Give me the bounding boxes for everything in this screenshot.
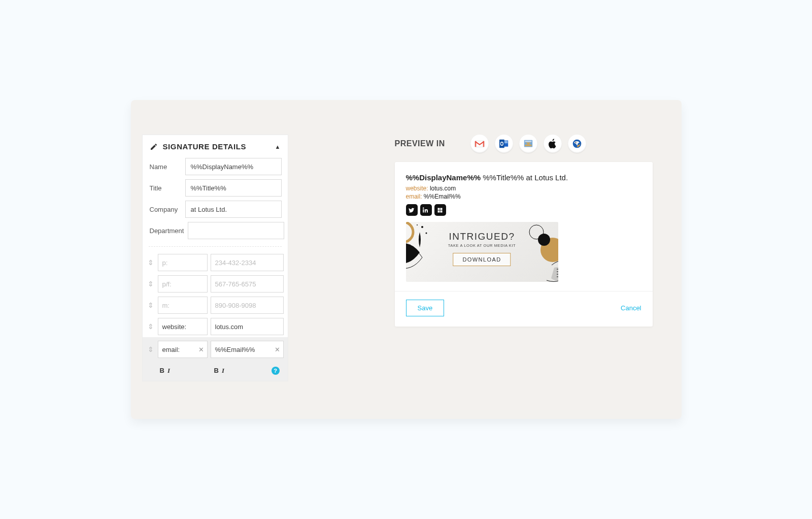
- field-row-title: Title: [143, 177, 288, 199]
- field-row-company: Company: [143, 199, 288, 220]
- apple-icon[interactable]: [544, 135, 562, 153]
- contact-row-mobile: ⇕ m: 890-908-9098: [143, 295, 288, 316]
- drag-handle-icon[interactable]: ⇕: [147, 280, 155, 288]
- signature-social-icons: [406, 204, 641, 216]
- bold-button[interactable]: B: [160, 367, 164, 375]
- svg-point-15: [421, 226, 423, 228]
- svg-point-20: [529, 225, 544, 239]
- drag-handle-icon[interactable]: ⇕: [147, 345, 155, 353]
- title-input[interactable]: [185, 179, 282, 197]
- linkedin-icon[interactable]: [420, 204, 432, 216]
- bold-button[interactable]: B: [214, 367, 219, 375]
- outlook-icon[interactable]: [495, 135, 513, 153]
- contact-value-input[interactable]: 234-432-2334: [211, 254, 284, 271]
- client-icons: [470, 135, 586, 153]
- drag-handle-icon[interactable]: ⇕: [147, 258, 155, 267]
- company-input[interactable]: [185, 201, 282, 218]
- preview-title: PREVIEW IN: [395, 139, 445, 148]
- department-input[interactable]: [188, 222, 284, 239]
- banner-subtitle: TAKE A LOOK AT OUR MEDIA KIT: [448, 243, 516, 248]
- preview-card: %%DisplayName%% %%Title%% at Lotus Ltd. …: [395, 162, 653, 327]
- signature-title-suffix: %%Title%% at Lotus Ltd.: [483, 173, 568, 182]
- field-row-department: Department: [143, 220, 288, 241]
- contact-label-input[interactable]: website:: [158, 318, 208, 335]
- field-row-name: Name: [143, 156, 288, 177]
- svg-rect-11: [441, 208, 443, 210]
- format-group-label: B I: [160, 367, 210, 375]
- svg-point-17: [417, 224, 418, 225]
- contact-label-input[interactable]: p:: [158, 254, 208, 271]
- clear-label-icon[interactable]: ✕: [198, 346, 204, 353]
- contact-rows: ⇕ p: 234-432-2334 ⇕ p/f: 567-765-6575 ⇕ …: [143, 252, 288, 381]
- signature-details-panel: SIGNATURE DETAILS ▲ Name Title Company D…: [142, 135, 288, 381]
- app-canvas: SIGNATURE DETAILS ▲ Name Title Company D…: [131, 100, 682, 419]
- contact-row-phone: ⇕ p: 234-432-2334: [143, 252, 288, 273]
- svg-rect-6: [525, 141, 531, 142]
- svg-rect-3: [499, 140, 504, 148]
- gmail-icon[interactable]: [470, 135, 489, 153]
- contact-label-input[interactable]: p/f:: [158, 275, 208, 293]
- signature-block: %%DisplayName%% %%Title%% at Lotus Ltd. …: [395, 162, 653, 291]
- panel-header[interactable]: SIGNATURE DETAILS ▲: [143, 135, 288, 156]
- title-label: Title: [150, 184, 181, 192]
- contact-row-phonefax: ⇕ p/f: 567-765-6575: [143, 273, 288, 295]
- name-label: Name: [150, 163, 181, 171]
- divider: [149, 246, 282, 247]
- signature-email-line: email: %%Email%%: [406, 193, 641, 200]
- banner-ornament-left-icon: [406, 222, 448, 282]
- drag-handle-icon[interactable]: ⇕: [147, 301, 155, 309]
- svg-point-14: [406, 222, 413, 242]
- name-input[interactable]: [185, 158, 282, 175]
- banner-text: INTRIGUED? TAKE A LOOK AT OUR MEDIA KIT …: [448, 231, 516, 266]
- twitter-icon[interactable]: [406, 204, 418, 216]
- banner-cta-button[interactable]: DOWNLOAD: [453, 253, 511, 266]
- panel-title: SIGNATURE DETAILS: [163, 142, 270, 151]
- contact-row-website: ⇕ website: lotus.com: [143, 316, 288, 337]
- italic-button[interactable]: I: [222, 367, 224, 375]
- preview-area: PREVIEW IN: [395, 135, 661, 327]
- svg-rect-13: [441, 210, 443, 212]
- contact-value-input[interactable]: lotus.com: [211, 318, 284, 335]
- svg-point-9: [575, 142, 576, 143]
- thunderbird-icon[interactable]: [568, 135, 586, 153]
- contact-row-email: ⇕ email: ✕ %%Email%% ✕: [143, 337, 288, 362]
- help-icon[interactable]: ?: [272, 367, 280, 375]
- svg-point-19: [538, 234, 550, 246]
- collapse-chevron-icon[interactable]: ▲: [275, 144, 281, 150]
- banner-ornament-right-icon: [516, 222, 558, 282]
- signature-name-line: %%DisplayName%% %%Title%% at Lotus Ltd.: [406, 173, 641, 182]
- contact-label-input[interactable]: m:: [158, 297, 208, 314]
- drag-handle-icon[interactable]: ⇕: [147, 322, 155, 331]
- department-label: Department: [150, 227, 184, 235]
- company-label: Company: [150, 206, 181, 213]
- clear-value-icon[interactable]: ✕: [275, 346, 280, 353]
- promo-banner[interactable]: INTRIGUED? TAKE A LOOK AT OUR MEDIA KIT …: [406, 222, 558, 282]
- svg-rect-12: [438, 210, 440, 212]
- banner-title: INTRIGUED?: [448, 231, 516, 242]
- contact-value-input[interactable]: 890-908-9098: [211, 297, 284, 314]
- save-button[interactable]: Save: [406, 300, 445, 316]
- svg-point-16: [425, 233, 427, 234]
- preview-actions: Save Cancel: [395, 291, 653, 327]
- format-group-value: B I ?: [214, 367, 282, 375]
- italic-button[interactable]: I: [167, 367, 170, 375]
- contact-value-input[interactable]: %%Email%% ✕: [211, 341, 284, 358]
- macmail-icon[interactable]: [519, 135, 537, 153]
- svg-rect-7: [525, 145, 531, 146]
- social-other-icon[interactable]: [434, 204, 446, 216]
- cancel-button[interactable]: Cancel: [621, 304, 641, 312]
- contact-value-input[interactable]: 567-765-6575: [211, 275, 284, 293]
- signature-display-name: %%DisplayName%%: [406, 173, 481, 182]
- pen-icon: [150, 143, 158, 151]
- preview-header: PREVIEW IN: [395, 135, 661, 153]
- contact-label-input[interactable]: email: ✕: [158, 341, 208, 358]
- signature-website-line: website: lotus.com: [406, 185, 641, 192]
- format-toolbar: B I B I ?: [143, 362, 288, 381]
- svg-rect-10: [438, 208, 440, 210]
